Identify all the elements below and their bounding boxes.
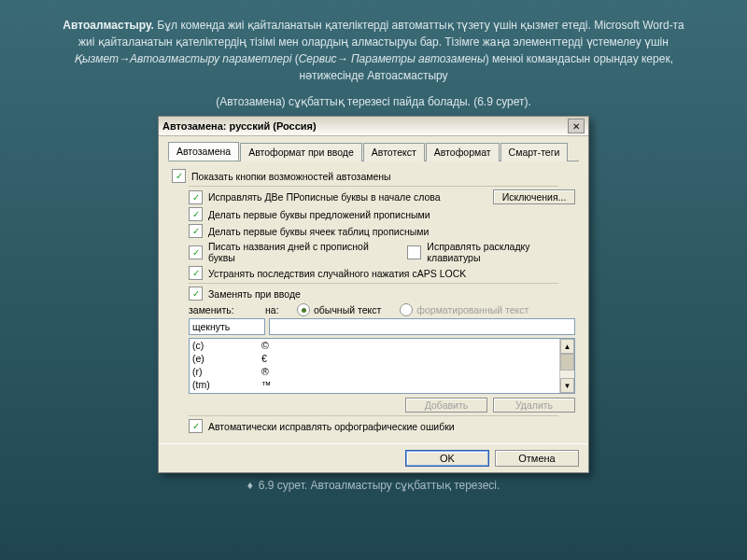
tab-smart-tags[interactable]: Смарт-теги <box>500 143 569 161</box>
list-item[interactable]: (tm) ™ <box>190 378 574 391</box>
separator <box>189 415 558 416</box>
figure-caption: ♦6.9 сурет. Автоалмастыру сұқбаттық тере… <box>0 479 747 492</box>
delete-button[interactable]: Удалить <box>493 398 575 413</box>
checkbox-spelling[interactable] <box>189 419 203 433</box>
tab-autotext[interactable]: Автотекст <box>363 143 425 161</box>
dialog-footer: OK Отмена <box>159 443 588 472</box>
separator <box>189 283 558 284</box>
close-icon[interactable]: ✕ <box>568 119 585 133</box>
checkbox-tablecell[interactable] <box>189 224 203 238</box>
replace-input[interactable]: щекнуть <box>189 318 265 335</box>
slide-paragraph: Автоалмастыру. Бұл коменда жиі қайталана… <box>0 0 747 88</box>
list-item[interactable]: (c) © <box>190 339 574 352</box>
scroll-thumb[interactable] <box>560 354 574 371</box>
slide-subparagraph: (Автозамена) сұқбаттық терезесі пайда бо… <box>0 88 747 114</box>
slide-bold: Автоалмастыру. <box>63 19 154 32</box>
row-two-caps: Исправлять ДВе ПРописные буквы в начале … <box>189 189 575 204</box>
checkbox-keyboard[interactable] <box>407 245 421 259</box>
scroll-up-icon[interactable]: ▲ <box>560 339 574 354</box>
list-item[interactable]: (e) € <box>190 352 574 365</box>
list-actions: Добавить Удалить <box>189 398 575 413</box>
bullet-icon: ♦ <box>247 479 253 492</box>
tab-strip: Автозамена Автоформат при вводе Автотекс… <box>168 142 579 161</box>
label-with: на: <box>265 304 289 315</box>
checkbox-replace[interactable] <box>189 287 203 301</box>
checkbox-days[interactable] <box>189 245 203 259</box>
checkbox-show-buttons[interactable] <box>172 169 186 183</box>
replace-header: заменить: на: обычный текст форматирован… <box>189 303 575 316</box>
row-sentence: Делать первые буквы предложений прописны… <box>189 207 579 221</box>
cancel-button[interactable]: Отмена <box>495 450 579 467</box>
with-input[interactable] <box>269 318 575 335</box>
dialog-body: Автозамена Автоформат при вводе Автотекс… <box>159 136 588 443</box>
list-item[interactable]: (r) ® <box>190 365 574 378</box>
checkbox-sentence[interactable] <box>189 207 203 221</box>
checkbox-capslock[interactable] <box>189 266 203 280</box>
checkbox-two-caps[interactable] <box>189 190 203 204</box>
row-replace: Заменять при вводе <box>189 287 579 301</box>
row-show-buttons: Показать кнопки возможностей автозамены <box>172 169 579 183</box>
separator <box>189 186 558 187</box>
autocorrect-dialog: Автозамена: русский (Россия) ✕ Автозамен… <box>158 116 589 473</box>
titlebar[interactable]: Автозамена: русский (Россия) ✕ <box>159 117 588 136</box>
scrollbar[interactable]: ▲ ▼ <box>559 339 574 393</box>
row-days: Писать названия дней с прописной буквы И… <box>189 241 579 263</box>
tab-autoformat-typing[interactable]: Автоформат при вводе <box>240 143 362 161</box>
dialog-title: Автозамена: русский (Россия) <box>162 120 568 132</box>
scroll-down-icon[interactable]: ▼ <box>560 378 574 393</box>
input-row: щекнуть <box>189 318 575 335</box>
replacements-list[interactable]: (c) © (e) € (r) ® (tm) ™ ▲ ▼ <box>189 338 575 394</box>
label-replace: заменить: <box>189 304 258 315</box>
row-spelling: Автоматически исправлять орфографические… <box>189 419 579 433</box>
tab-autocorrect[interactable]: Автозамена <box>168 142 239 161</box>
row-tablecell: Делать первые буквы ячеек таблиц прописн… <box>189 224 579 238</box>
radio-formatted[interactable] <box>400 303 413 316</box>
ok-button[interactable]: OK <box>405 450 489 467</box>
tab-autoformat[interactable]: Автоформат <box>426 143 500 161</box>
add-button[interactable]: Добавить <box>405 398 487 413</box>
exceptions-button[interactable]: Исключения... <box>493 189 575 204</box>
row-capslock: Устранять последствия случайного нажатия… <box>189 266 579 280</box>
radio-plain[interactable] <box>297 303 310 316</box>
row-keyboard: Исправлять раскладку клавиатуры <box>407 241 579 263</box>
